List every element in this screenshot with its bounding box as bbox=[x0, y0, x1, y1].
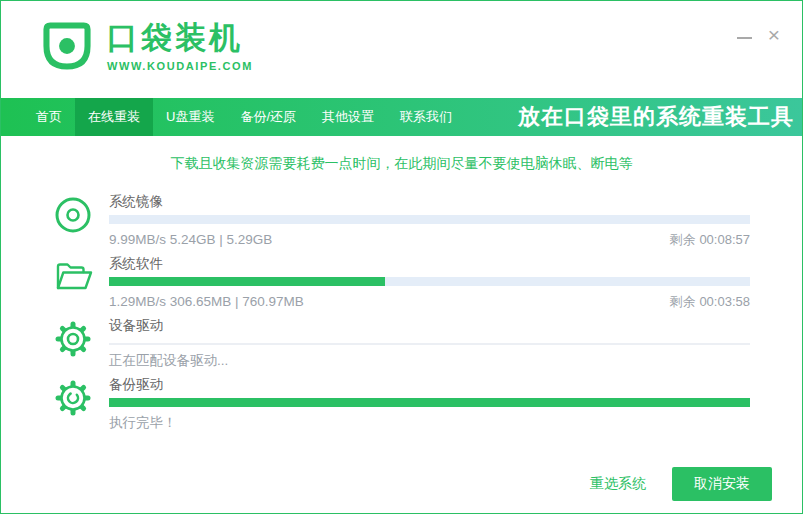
nav-tab[interactable]: 首页 bbox=[23, 98, 75, 136]
task-label: 系统软件 bbox=[109, 255, 750, 272]
nav-tab[interactable]: 在线重装 bbox=[75, 98, 153, 136]
window-controls: × bbox=[737, 27, 780, 42]
task-row: 系统软件1.29MB/s 306.65MB | 760.97MB剩余 00:03… bbox=[51, 255, 750, 310]
brand-block: 口袋装机 WWW.KOUDAIPE.COM bbox=[107, 21, 253, 72]
notice-text: 下载且收集资源需要耗费一点时间，在此期间尽量不要使电脑休眠、断电等 bbox=[1, 153, 802, 173]
task-detail: 执行完毕！ bbox=[109, 414, 177, 431]
task-detail: 9.99MB/s 5.24GB | 5.29GB bbox=[109, 231, 272, 248]
gear-sync-icon bbox=[51, 376, 95, 420]
cancel-install-button[interactable]: 取消安装 bbox=[672, 467, 772, 501]
task-list: 系统镜像9.99MB/s 5.24GB | 5.29GB剩余 00:08:57 … bbox=[1, 193, 802, 431]
progress-bar bbox=[109, 343, 750, 345]
reselect-system-button[interactable]: 重选系统 bbox=[590, 475, 646, 493]
task-label: 系统镜像 bbox=[109, 193, 750, 210]
app-logo-icon bbox=[39, 18, 95, 76]
title-bar: 口袋装机 WWW.KOUDAIPE.COM × bbox=[1, 1, 802, 98]
app-window: 口袋装机 WWW.KOUDAIPE.COM × 首页在线重装U盘重装备份/还原其… bbox=[0, 0, 803, 514]
nav-tab[interactable]: 备份/还原 bbox=[227, 98, 309, 136]
task-label: 备份驱动 bbox=[109, 376, 750, 393]
gear-icon bbox=[51, 317, 95, 361]
minimize-icon[interactable] bbox=[737, 27, 752, 42]
nav-tab[interactable]: 其他设置 bbox=[309, 98, 387, 136]
nav-tab[interactable]: U盘重装 bbox=[153, 98, 227, 136]
progress-fill bbox=[109, 398, 750, 407]
close-icon[interactable]: × bbox=[768, 27, 780, 42]
progress-fill bbox=[109, 277, 385, 286]
nav-bar: 首页在线重装U盘重装备份/还原其他设置联系我们 放在口袋里的系统重装工具 bbox=[1, 98, 802, 136]
nav-tagline: 放在口袋里的系统重装工具 bbox=[518, 102, 794, 132]
task-detail: 1.29MB/s 306.65MB | 760.97MB bbox=[109, 293, 304, 310]
nav-tab[interactable]: 联系我们 bbox=[387, 98, 465, 136]
app-title: 口袋装机 bbox=[107, 21, 253, 55]
task-row: 设备驱动正在匹配设备驱动... bbox=[51, 317, 750, 369]
task-detail: 正在匹配设备驱动... bbox=[109, 352, 228, 369]
footer-actions: 重选系统 取消安装 bbox=[590, 467, 772, 501]
task-row: 备份驱动执行完毕！ bbox=[51, 376, 750, 431]
progress-bar bbox=[109, 277, 750, 286]
progress-bar bbox=[109, 215, 750, 224]
progress-bar bbox=[109, 398, 750, 407]
task-remaining-time: 剩余 00:08:57 bbox=[670, 231, 750, 248]
task-remaining-time: 剩余 00:03:58 bbox=[670, 293, 750, 310]
folder-icon bbox=[51, 255, 95, 299]
task-row: 系统镜像9.99MB/s 5.24GB | 5.29GB剩余 00:08:57 bbox=[51, 193, 750, 248]
task-label: 设备驱动 bbox=[109, 317, 750, 334]
disc-icon bbox=[51, 193, 95, 237]
app-url: WWW.KOUDAIPE.COM bbox=[107, 60, 253, 72]
